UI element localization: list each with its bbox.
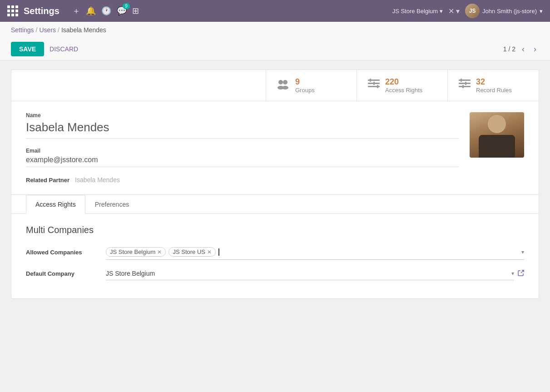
avatar-image	[470, 112, 524, 158]
default-company-value: JS Store Belgium ▾	[106, 267, 524, 280]
breadcrumb-sep-2: /	[58, 26, 59, 34]
allowed-companies-label: Allowed Companies	[26, 249, 99, 256]
stats-left-empty	[11, 70, 266, 101]
breadcrumb-sep-1: /	[36, 26, 38, 34]
tag-us: JS Store US ✕	[168, 247, 216, 257]
name-value[interactable]: Isabela Mendes	[26, 120, 459, 139]
main-content: 9 Groups 220 Access	[0, 60, 550, 308]
default-company-label: Default Company	[26, 270, 99, 277]
default-company-field[interactable]: JS Store Belgium ▾	[106, 267, 514, 280]
apps-icon[interactable]: ⊞	[132, 6, 139, 16]
breadcrumb-settings[interactable]: Settings	[11, 26, 34, 34]
clock-icon[interactable]: 🕐	[101, 6, 111, 16]
close-button[interactable]: ✕ ▾	[448, 7, 460, 15]
email-label: Email	[26, 148, 459, 154]
breadcrumb-current: Isabela Mendes	[61, 26, 106, 34]
svg-rect-11	[459, 83, 471, 84]
access-label: Access Rights	[385, 87, 422, 94]
chat-badge: 9	[123, 3, 130, 9]
svg-point-3	[282, 86, 288, 89]
partner-field: Related Partner Isabela Mendes	[26, 176, 459, 184]
svg-rect-9	[377, 85, 378, 88]
pagination-next-icon[interactable]: ›	[531, 44, 539, 55]
store-dropdown-icon: ▾	[440, 8, 443, 15]
stats-rules[interactable]: 32 Record Rules	[448, 70, 539, 101]
rules-icon	[459, 79, 471, 92]
x-dropdown-icon: ▾	[456, 7, 460, 15]
groups-info: 9 Groups	[295, 77, 315, 94]
pagination-prev-icon[interactable]: ‹	[519, 44, 527, 55]
email-field-group: Email example@jsstore.com	[26, 148, 459, 167]
partner-value[interactable]: Isabela Mendes	[75, 176, 120, 184]
app-title: Settings	[24, 6, 59, 16]
svg-point-0	[278, 80, 283, 84]
notification-bell-icon[interactable]: 🔔	[86, 6, 96, 16]
add-icon[interactable]: ＋	[72, 5, 80, 16]
default-company-selected: JS Store Belgium	[106, 270, 511, 277]
user-photo[interactable]	[470, 112, 524, 158]
external-link-icon[interactable]	[518, 270, 524, 278]
name-label: Name	[26, 112, 459, 119]
access-icon	[368, 79, 380, 92]
groups-label: Groups	[295, 87, 315, 94]
user-menu[interactable]: JS John Smith (js-store) ▾	[465, 4, 543, 18]
svg-rect-15	[462, 85, 464, 88]
name-field-group: Name Isabela Mendes	[26, 112, 459, 139]
x-icon: ✕	[448, 7, 454, 15]
chat-icon[interactable]: 💬 9	[117, 6, 127, 16]
store-name: JS Store Belgium	[392, 8, 438, 15]
store-selector[interactable]: JS Store Belgium ▾	[392, 8, 443, 15]
allowed-companies-value: JS Store Belgium ✕ JS Store US ✕ ▾	[106, 244, 524, 260]
stats-groups[interactable]: 9 Groups	[266, 70, 357, 101]
svg-rect-7	[370, 79, 371, 82]
breadcrumb-users[interactable]: Users	[39, 26, 56, 34]
groups-count: 9	[295, 77, 315, 87]
rules-count: 32	[476, 77, 512, 87]
user-dropdown-icon: ▾	[540, 8, 543, 15]
email-value[interactable]: example@jsstore.com	[26, 156, 459, 167]
app-menu-icon[interactable]	[7, 5, 18, 16]
access-count: 220	[385, 77, 422, 87]
tag-us-label: JS Store US	[173, 248, 205, 255]
svg-rect-13	[461, 79, 462, 82]
allowed-companies-dropdown-icon[interactable]: ▾	[521, 249, 524, 255]
avatar-body	[479, 135, 515, 158]
tag-us-remove[interactable]: ✕	[207, 249, 212, 255]
form-right	[470, 112, 524, 184]
default-company-row: Default Company JS Store Belgium ▾	[26, 267, 524, 280]
svg-point-1	[283, 80, 287, 84]
tab-access-rights[interactable]: Access Rights	[26, 195, 85, 214]
toolbar: SAVE DISCARD 1 / 2 ‹ ›	[0, 38, 550, 60]
tab-preferences[interactable]: Preferences	[85, 195, 139, 214]
svg-rect-4	[368, 79, 380, 81]
form-area: Name Isabela Mendes Email example@jsstor…	[11, 101, 539, 195]
rules-info: 32 Record Rules	[476, 77, 512, 94]
svg-rect-8	[373, 82, 375, 85]
access-info: 220 Access Rights	[385, 77, 422, 94]
tag-belgium-label: JS Store Belgium	[110, 248, 155, 255]
section-title: Multi Companies	[26, 225, 524, 235]
rules-label: Record Rules	[476, 87, 512, 94]
breadcrumb: Settings / Users / Isabela Mendes	[0, 22, 550, 38]
save-button[interactable]: SAVE	[11, 42, 44, 56]
svg-rect-12	[459, 86, 471, 87]
user-name: John Smith (js-store)	[482, 8, 537, 15]
tab-content-access-rights: Multi Companies Allowed Companies JS Sto…	[11, 214, 539, 298]
tag-belgium-remove[interactable]: ✕	[157, 249, 162, 255]
user-card: 9 Groups 220 Access	[11, 69, 539, 299]
default-company-dropdown-icon[interactable]: ▾	[511, 270, 514, 277]
form-left: Name Isabela Mendes Email example@jsstor…	[26, 112, 459, 184]
discard-button[interactable]: DISCARD	[50, 45, 78, 53]
allowed-companies-field[interactable]: JS Store Belgium ✕ JS Store US ✕ ▾	[106, 244, 524, 260]
text-cursor	[218, 248, 219, 256]
top-navigation: Settings ＋ 🔔 🕐 💬 9 ⊞ JS Store Belgium ▾ …	[0, 0, 550, 22]
pagination-count: 1 / 2	[503, 45, 515, 53]
stats-access[interactable]: 220 Access Rights	[357, 70, 448, 101]
svg-rect-10	[459, 79, 471, 81]
user-avatar: JS	[465, 4, 480, 18]
svg-rect-14	[465, 82, 466, 85]
avatar-head	[488, 115, 506, 133]
groups-icon	[277, 79, 290, 92]
allowed-companies-row: Allowed Companies JS Store Belgium ✕ JS …	[26, 244, 524, 260]
stats-bar: 9 Groups 220 Access	[11, 70, 539, 101]
